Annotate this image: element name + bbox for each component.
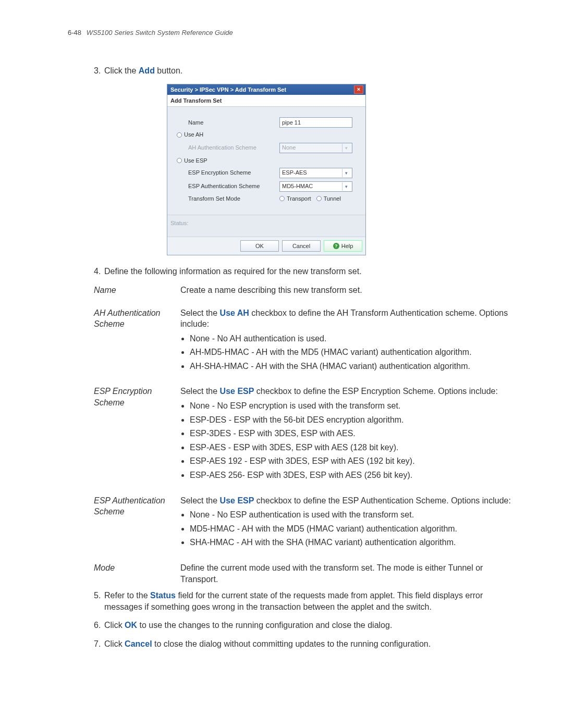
list-item: ESP-AES - ESP with 3DES, ESP with AES (1… [190, 442, 511, 453]
help-icon: ? [333, 243, 339, 249]
list-item: ESP-3DES - ESP with 3DES, ESP with AES. [190, 428, 511, 439]
radio-use-ah[interactable]: Use AH [177, 131, 203, 139]
list-item: AH-SHA-HMAC - AH with the SHA (HMAC vari… [190, 361, 511, 372]
cancel-button[interactable]: Cancel [282, 240, 321, 252]
add-transform-set-dialog: Security > IPSec VPN > Add Transform Set… [167, 84, 366, 256]
term-esp-auth: ESP Authentication Scheme [94, 495, 172, 551]
step-4: 4. Define the following information as r… [94, 266, 511, 277]
label-esp-auth: ESP Authentication Scheme [177, 182, 279, 190]
term-mode: Mode [94, 562, 172, 585]
dialog-screenshot: Security > IPSec VPN > Add Transform Set… [167, 84, 511, 256]
step-text-post: button. [155, 66, 182, 75]
chevron-down-icon[interactable]: ▾ [342, 169, 350, 177]
list-item: AH-MD5-HMAC - AH with the MD5 (HMAC vari… [190, 347, 511, 358]
list-item: SHA-HMAC - AH with the SHA (HMAC variant… [190, 537, 511, 548]
step-number: 4. [94, 266, 101, 277]
chevron-down-icon[interactable]: ▾ [342, 182, 350, 191]
step-number: 5. [94, 590, 101, 601]
add-bold: Add [139, 66, 155, 75]
label-esp-enc: ESP Encryption Scheme [177, 169, 279, 177]
step-5: 5. Refer to the Status field for the cur… [94, 590, 511, 612]
select-esp-auth[interactable]: MD5-HMAC▾ [279, 181, 352, 192]
step-number: 7. [94, 638, 101, 650]
list-item: ESP-DES - ESP with the 56-bit DES encryp… [190, 414, 511, 426]
esp-auth-options-list: None - No ESP authentication is used wit… [180, 509, 511, 548]
list-item: ESP-AES 256- ESP with 3DES, ESP with AES… [190, 470, 511, 481]
label-mode: Transform Set Mode [177, 195, 279, 203]
list-item: None - No ESP encryption is used with th… [190, 400, 511, 412]
breadcrumb: Security > IPSec VPN > Add Transform Set [170, 84, 286, 95]
guide-title: WS5100 Series Switch System Reference Gu… [87, 29, 233, 36]
page-number: 6-48 [68, 29, 81, 36]
term-esp-enc: ESP Encryption Scheme [94, 386, 172, 483]
label-use-esp: Use ESP [177, 156, 268, 165]
step-number: 6. [94, 620, 101, 631]
row-esp-auth: ESP Authentication Scheme MD5-HMAC▾ [177, 181, 356, 192]
definition-table: Name Create a name describing this new t… [94, 285, 511, 585]
list-item: ESP-AES 192 - ESP with 3DES, ESP with AE… [190, 455, 511, 467]
radio-transport[interactable]: Transport [279, 195, 311, 203]
esp-enc-options-list: None - No ESP encryption is used with th… [180, 400, 511, 481]
status-bar: Status: [167, 215, 365, 237]
row-name: Name pipe 11 [177, 117, 356, 128]
input-name[interactable]: pipe 11 [279, 117, 352, 128]
term-ah-auth: AH Authentication Scheme [94, 307, 172, 375]
dialog-button-row: OK Cancel ?Help [167, 237, 365, 255]
label-use-ah: Use AH [177, 131, 268, 139]
step-text: Define the following information as requ… [104, 267, 362, 276]
row-use-esp: Use ESP [177, 156, 356, 165]
list-item: None - No AH authentication is used. [190, 333, 511, 344]
chevron-down-icon: ▾ [342, 144, 350, 152]
step-7: 7. Click Cancel to close the dialog with… [94, 638, 511, 650]
desc-mode: Define the current mode used with the tr… [180, 562, 511, 585]
select-esp-enc[interactable]: ESP-AES▾ [279, 168, 352, 178]
label-name: Name [177, 119, 279, 127]
row-ah-auth: AH Authentication Scheme None▾ [177, 143, 356, 153]
close-icon[interactable]: × [354, 85, 363, 94]
desc-esp-auth: Select the Use ESP checkbox to define th… [180, 495, 511, 551]
desc-ah-auth: Select the Use AH checkbox to define the… [180, 307, 511, 375]
desc-esp-enc: Select the Use ESP checkbox to define th… [180, 386, 511, 483]
ah-options-list: None - No AH authentication is used. AH-… [180, 333, 511, 372]
running-header: 6-48 WS5100 Series Switch System Referen… [68, 29, 511, 36]
row-mode: Transform Set Mode Transport Tunnel [177, 195, 356, 203]
help-button[interactable]: ?Help [324, 240, 362, 252]
dialog-titlebar: Security > IPSec VPN > Add Transform Set… [167, 84, 365, 95]
document-page: 6-48 WS5100 Series Switch System Referen… [0, 0, 563, 688]
row-use-ah: Use AH [177, 131, 356, 139]
label-ah-auth: AH Authentication Scheme [177, 144, 279, 152]
section-header: Add Transform Set [167, 95, 365, 107]
ok-button[interactable]: OK [240, 240, 279, 252]
select-ah-auth: None▾ [279, 143, 352, 153]
step-6: 6. Click OK to use the changes to the ru… [94, 620, 511, 631]
row-esp-enc: ESP Encryption Scheme ESP-AES▾ [177, 168, 356, 178]
dialog-body: Name pipe 11 Use AH AH Authentication Sc… [167, 107, 365, 215]
list-item: MD5-HMAC - AH with the MD5 (HMAC variant… [190, 523, 511, 535]
step-number: 3. [94, 65, 101, 77]
step-text-pre: Click the [104, 66, 139, 75]
term-name: Name [94, 285, 172, 296]
list-item: None - No ESP authentication is used wit… [190, 509, 511, 521]
radio-use-esp[interactable]: Use ESP [177, 157, 207, 165]
desc-name: Create a name describing this new transf… [180, 285, 511, 296]
step-3: 3. Click the Add button. Security > IPSe… [94, 65, 511, 255]
radio-tunnel[interactable]: Tunnel [316, 195, 341, 203]
